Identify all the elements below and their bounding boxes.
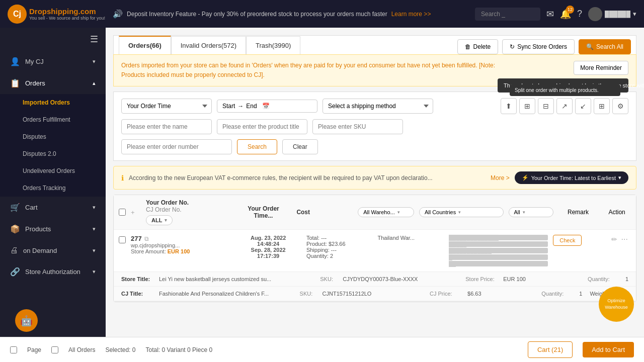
filters-section: Your Order Time Start → End 📅 Select a s… (113, 92, 636, 161)
sidebar-item-disputes-2[interactable]: Disputes 2.0 (0, 145, 106, 162)
store-price-label: Store Price: (465, 276, 496, 282)
sidebar-item-disputes[interactable]: Disputes (0, 128, 106, 145)
warehouse-section: Thailand War... (377, 235, 444, 241)
order-number-input[interactable] (121, 139, 232, 154)
check-button[interactable]: Check (553, 235, 582, 246)
sku-value-2: CJNT157151212LO (323, 291, 422, 297)
more-options-icon[interactable]: ··· (621, 235, 628, 244)
all-filter-pill[interactable]: ALL ▾ (146, 215, 173, 225)
tab-orders[interactable]: Orders(66) (119, 36, 171, 54)
warehouse-name: Thailand War... (377, 235, 415, 241)
shipping-cost: Shipping: --- (306, 247, 373, 253)
info-highlight-text: Products included must be properly conne… (121, 71, 265, 78)
sidebar-item-products[interactable]: 📦 Products ▾ (0, 218, 106, 240)
all-orders-checkbox[interactable] (51, 346, 58, 353)
sidebar-item-store-authorization[interactable]: 🔗 Store Authorization ▾ (0, 261, 106, 283)
on-demand-chevron-icon: ▾ (93, 247, 96, 254)
help-icon[interactable]: ? (577, 9, 582, 19)
mail-icon[interactable]: ✉ (546, 9, 554, 20)
table-header: + Your Order No. CJ Order No. ALL ▾ Your… (114, 195, 636, 230)
user-area[interactable]: ██████ ▾ (588, 7, 636, 21)
topbar-search-input[interactable] (475, 8, 540, 21)
qty-label-2: Quantity: (541, 291, 572, 297)
sidebar: ☰ 👤 My CJ ▾ 📋 Orders ▴ Imported Orders O… (0, 28, 106, 362)
tags-filter-pill[interactable]: All ▾ (509, 207, 553, 217)
name-input[interactable] (121, 119, 212, 134)
edit-icon[interactable]: ✏ (611, 235, 617, 243)
sidebar-item-on-demand[interactable]: 🖨 on Demand ▾ (0, 240, 106, 261)
add-column-icon[interactable]: + (131, 209, 141, 216)
th-countries: All Countries ▾ (419, 207, 504, 217)
sidebar-item-imported-orders[interactable]: Imported Orders (0, 94, 106, 111)
optimize-warehouse-button[interactable]: Optimize Warehouse (599, 287, 634, 322)
sku-input[interactable] (312, 119, 403, 134)
sidebar-label-store-auth: Store Authorization (25, 268, 80, 276)
notification-badge: 12 (566, 6, 574, 14)
cart-chevron-icon: ▾ (93, 204, 96, 211)
tags-arrow-icon: ▾ (523, 210, 525, 215)
cart-button[interactable]: Cart (21) (528, 341, 573, 358)
clear-button[interactable]: Clear (282, 139, 318, 154)
sidebar-item-undelivered-orders[interactable]: Undelivered Orders (0, 162, 106, 179)
action-section: ✏ ··· (611, 235, 631, 244)
sort-chevron-icon: ▾ (618, 174, 621, 181)
add-to-cart-button[interactable]: Add to Cart (583, 342, 634, 357)
search-button[interactable]: Search (237, 139, 277, 154)
upload-icon-btn[interactable]: ⬆ (501, 98, 517, 114)
tab-trash[interactable]: Trash(3990) (246, 36, 300, 54)
info-main-text: Orders imported from your store can be f… (121, 62, 495, 69)
sku-value-1: CJYDYDQY00073-Blue-XXXX (343, 276, 458, 282)
learn-more-link[interactable]: Learn more >> (391, 11, 431, 18)
date-range-picker[interactable]: Start → End 📅 (217, 100, 317, 113)
delete-button[interactable]: 🗑 Delete (457, 39, 499, 54)
split-icon-btn[interactable]: ⊟ (538, 98, 554, 114)
sync-orders-button[interactable]: ↻ Sync Store Orders (502, 39, 575, 54)
sidebar-item-my-cj[interactable]: 👤 My CJ ▾ (0, 51, 106, 72)
main-layout: ☰ 👤 My CJ ▾ 📋 Orders ▴ Imported Orders O… (0, 28, 644, 362)
select-all-checkbox[interactable] (119, 209, 126, 216)
warehouse-filter-pill[interactable]: All Wareho... ▾ (358, 207, 414, 217)
search-all-button[interactable]: 🔍 Search All (579, 39, 631, 54)
search-all-label: Search All (596, 43, 623, 50)
filter-row-2 (121, 119, 628, 134)
shipping-method-select[interactable]: Select a shipping method (323, 99, 433, 114)
copy-icon[interactable]: ⧉ (144, 235, 149, 242)
th-time: Your Order Time... (235, 205, 292, 219)
notification-icon[interactable]: 🔔 12 (560, 9, 571, 20)
chat-bubble[interactable]: 🤖 (15, 309, 38, 332)
product-row-1: Store Title: Lei Yi new basketball jerse… (114, 272, 636, 287)
product-title-input[interactable] (217, 119, 307, 134)
vat-more-link[interactable]: More > (491, 174, 510, 182)
qty-label-1: Quantity: (588, 276, 618, 282)
filter-row-3: Search Clear (121, 139, 628, 154)
columns-icon-btn[interactable]: ⊞ (594, 98, 610, 114)
order-time-select[interactable]: Your Order Time (121, 99, 212, 114)
th-time-label2: Time... (235, 212, 292, 219)
split-tooltip-text: Split one order with multiple products. (515, 87, 599, 93)
import-icon-btn[interactable]: ↙ (575, 98, 591, 114)
sidebar-item-orders-fulfillment[interactable]: Orders Fulfillment (0, 111, 106, 128)
th-cj-order-no: CJ Order No. (146, 206, 230, 213)
topbar: Cj Dropshipping.com You sell - We source… (0, 0, 644, 28)
qty-value-1: 1 (625, 276, 628, 282)
settings-icon-btn[interactable]: ⚙ (612, 98, 628, 114)
countries-filter-pill[interactable]: All Countries ▾ (419, 207, 504, 217)
combine-icon-btn[interactable]: ⊞ Split one order with multiple products… (519, 98, 535, 114)
bottom-checkbox[interactable] (10, 346, 17, 353)
quantity-info: Quantity: 2 (306, 253, 373, 259)
selected-label: Selected: (105, 346, 130, 353)
address-line3: ████████████ (449, 248, 548, 253)
sidebar-item-orders[interactable]: 📋 Orders ▴ (0, 72, 106, 94)
export-icon-btn[interactable]: ↗ (556, 98, 573, 114)
logo-text: Dropshipping.com You sell - We source an… (29, 7, 105, 21)
sidebar-toggle[interactable]: ☰ (0, 28, 106, 51)
sidebar-item-cart[interactable]: 🛒 Cart ▾ (0, 197, 106, 218)
sort-button[interactable]: ⚡ Your Order Time: Latest to Earliest ▾ (515, 171, 628, 184)
tab-invalid-orders[interactable]: Invalid Orders(572) (171, 36, 246, 54)
delete-label: Delete (473, 43, 491, 50)
warehouse-arrow-icon: ▾ (397, 210, 400, 215)
address-line4: █ (449, 254, 548, 260)
sidebar-item-orders-tracking[interactable]: Orders Tracking (0, 179, 106, 197)
reminder-button[interactable]: More Reminder (574, 61, 628, 75)
order-checkbox[interactable] (119, 236, 126, 243)
